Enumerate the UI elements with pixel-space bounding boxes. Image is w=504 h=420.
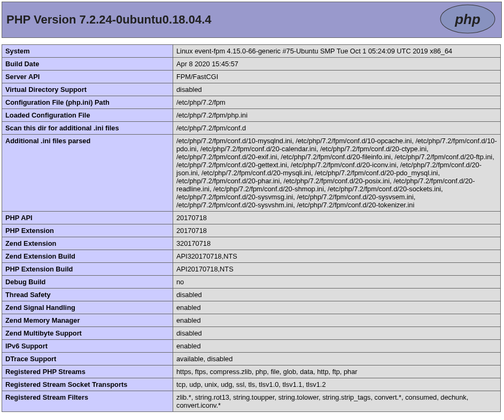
svg-text:php: php (454, 12, 480, 27)
table-row: IPv6 Supportenabled (2, 340, 501, 353)
info-value: 20170718 (173, 224, 501, 237)
header-box: PHP Version 7.2.24-0ubuntu0.18.04.4 php (2, 2, 502, 38)
info-key: Zend Extension (2, 237, 173, 250)
table-row: Registered Stream Filterszlib.*, string.… (2, 391, 501, 412)
info-value: disabled (173, 83, 501, 96)
table-row: Zend Extension320170718 (2, 237, 501, 250)
table-row: Zend Signal Handlingenabled (2, 301, 501, 314)
info-value: 320170718 (173, 237, 501, 250)
table-row: Debug Buildno (2, 276, 501, 289)
info-key: Zend Signal Handling (2, 301, 173, 314)
info-value: API20170718,NTS (173, 263, 501, 276)
info-key: Loaded Configuration File (2, 109, 173, 122)
info-value: 20170718 (173, 212, 501, 224)
table-row: Registered PHP Streamshttps, ftps, compr… (2, 365, 501, 378)
table-row: PHP API20170718 (2, 212, 501, 224)
info-value: /etc/php/7.2/fpm/php.ini (173, 109, 501, 122)
info-value: tcp, udp, unix, udg, ssl, tls, tlsv1.0, … (173, 378, 501, 391)
info-value: Apr 8 2020 15:45:57 (173, 58, 501, 71)
table-row: SystemLinux event-fpm 4.15.0-66-generic … (2, 45, 501, 58)
info-key: Registered PHP Streams (2, 365, 173, 378)
table-row: Zend Multibyte Supportdisabled (2, 327, 501, 340)
info-value: disabled (173, 327, 501, 340)
info-value: API320170718,NTS (173, 250, 501, 263)
info-key: Additional .ini files parsed (2, 135, 173, 212)
php-logo-cell: php (433, 2, 501, 37)
table-row: Zend Extension BuildAPI320170718,NTS (2, 250, 501, 263)
info-key: Registered Stream Socket Transports (2, 378, 173, 391)
info-key: Debug Build (2, 276, 173, 289)
info-key: Zend Multibyte Support (2, 327, 173, 340)
info-key: IPv6 Support (2, 340, 173, 353)
info-key: Thread Safety (2, 289, 173, 301)
table-row: PHP Extension20170718 (2, 224, 501, 237)
info-key: Virtual Directory Support (2, 83, 173, 96)
table-row: Virtual Directory Supportdisabled (2, 83, 501, 96)
table-row: PHP Extension BuildAPI20170718,NTS (2, 263, 501, 276)
info-key: Server API (2, 71, 173, 83)
table-row: Build DateApr 8 2020 15:45:57 (2, 58, 501, 71)
info-key: Zend Memory Manager (2, 314, 173, 327)
info-key: Zend Extension Build (2, 250, 173, 263)
info-key: Configuration File (php.ini) Path (2, 96, 173, 109)
info-value: enabled (173, 340, 501, 353)
php-logo-icon: php (438, 4, 497, 34)
info-value: Linux event-fpm 4.15.0-66-generic #75-Ub… (173, 45, 501, 58)
info-value: /etc/php/7.2/fpm/conf.d/10-mysqlnd.ini, … (173, 135, 501, 212)
table-row: Zend Memory Managerenabled (2, 314, 501, 327)
table-row: Scan this dir for additional .ini files/… (2, 122, 501, 135)
table-row: DTrace Supportavailable, disabled (2, 353, 501, 365)
table-row: Registered Stream Socket Transportstcp, … (2, 378, 501, 391)
table-row: Thread Safetydisabled (2, 289, 501, 301)
info-key: PHP Extension (2, 224, 173, 237)
info-key: PHP API (2, 212, 173, 224)
table-row: Server APIFPM/FastCGI (2, 71, 501, 83)
info-value: /etc/php/7.2/fpm (173, 96, 501, 109)
info-key: DTrace Support (2, 353, 173, 365)
info-key: Build Date (2, 58, 173, 71)
table-row: Additional .ini files parsed/etc/php/7.2… (2, 135, 501, 212)
info-value: no (173, 276, 501, 289)
info-value: FPM/FastCGI (173, 71, 501, 83)
info-value: https, ftps, compress.zlib, php, file, g… (173, 365, 501, 378)
info-table: SystemLinux event-fpm 4.15.0-66-generic … (2, 44, 501, 412)
info-value: enabled (173, 314, 501, 327)
info-value: available, disabled (173, 353, 501, 365)
info-value: enabled (173, 301, 501, 314)
info-key: System (2, 45, 173, 58)
table-row: Loaded Configuration File/etc/php/7.2/fp… (2, 109, 501, 122)
info-key: Scan this dir for additional .ini files (2, 122, 173, 135)
info-key: PHP Extension Build (2, 263, 173, 276)
page-title: PHP Version 7.2.24-0ubuntu0.18.04.4 (2, 2, 433, 37)
info-value: zlib.*, string.rot13, string.toupper, st… (173, 391, 501, 412)
table-row: Configuration File (php.ini) Path/etc/ph… (2, 96, 501, 109)
info-key: Registered Stream Filters (2, 391, 173, 412)
info-value: /etc/php/7.2/fpm/conf.d (173, 122, 501, 135)
info-value: disabled (173, 289, 501, 301)
